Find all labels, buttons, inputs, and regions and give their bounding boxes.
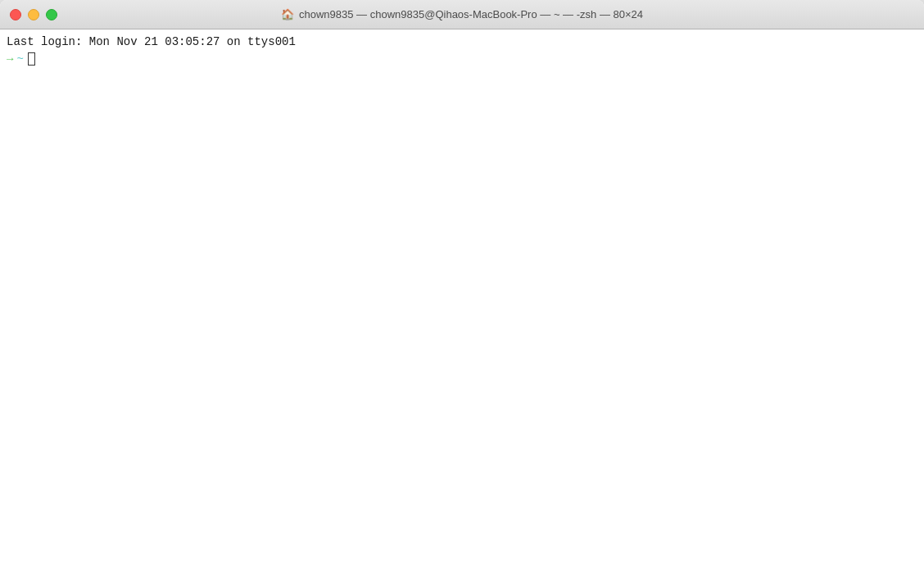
prompt-arrow: → <box>7 52 13 66</box>
prompt-tilde: ~ <box>16 52 23 66</box>
terminal-window: 🏠 chown9835 — chown9835@Qihaos-MacBook-P… <box>0 0 924 588</box>
cursor <box>28 52 35 66</box>
window-title: chown9835 — chown9835@Qihaos-MacBook-Pro… <box>299 8 643 20</box>
title-text: 🏠 chown9835 — chown9835@Qihaos-MacBook-P… <box>281 8 643 20</box>
prompt-line: → ~ <box>7 52 917 66</box>
minimize-button[interactable] <box>28 9 39 20</box>
last-login-line: Last login: Mon Nov 21 03:05:27 on ttys0… <box>7 34 917 51</box>
close-button[interactable] <box>10 9 21 20</box>
window-buttons <box>10 9 57 20</box>
maximize-button[interactable] <box>46 9 57 20</box>
terminal-body[interactable]: Last login: Mon Nov 21 03:05:27 on ttys0… <box>0 29 924 588</box>
home-icon: 🏠 <box>281 8 294 20</box>
title-bar: 🏠 chown9835 — chown9835@Qihaos-MacBook-P… <box>0 0 924 29</box>
